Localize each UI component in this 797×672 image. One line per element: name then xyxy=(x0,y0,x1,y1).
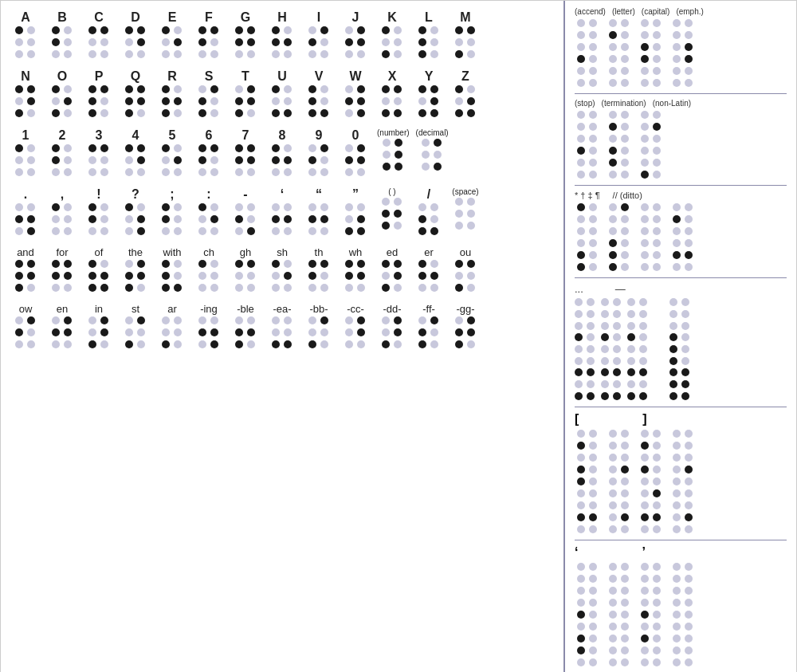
empty-dot xyxy=(609,442,617,450)
quote-label: ‘ xyxy=(575,545,578,560)
braille-cell: 2 xyxy=(47,128,77,178)
filled-dot xyxy=(587,392,595,400)
empty-dot xyxy=(587,345,595,353)
filled-dot xyxy=(577,263,585,271)
filled-dot xyxy=(613,368,621,376)
filled-dot xyxy=(210,328,218,336)
braille-cell: 0 xyxy=(340,128,371,178)
right-cell xyxy=(670,599,696,632)
empty-dot xyxy=(210,50,218,58)
empty-dot xyxy=(673,477,681,485)
empty-dot xyxy=(467,222,475,230)
empty-dot xyxy=(653,430,661,438)
filled-dot xyxy=(15,215,23,223)
empty-dot xyxy=(52,227,60,235)
empty-dot xyxy=(284,85,292,93)
empty-dot xyxy=(641,623,649,631)
filled-dot xyxy=(88,340,96,348)
empty-dot xyxy=(621,147,629,155)
braille-label: in xyxy=(95,303,103,315)
braille-label: of xyxy=(95,246,104,258)
empty-dot xyxy=(685,525,693,533)
right-label: (emph.) xyxy=(676,7,703,16)
empty-dot xyxy=(382,328,390,336)
filled-dot xyxy=(210,26,218,34)
empty-dot xyxy=(308,227,316,235)
empty-dot xyxy=(673,442,681,450)
filled-dot xyxy=(345,97,353,105)
empty-dot xyxy=(609,599,617,607)
empty-dot xyxy=(653,171,661,179)
empty-dot xyxy=(653,251,661,259)
empty-dot xyxy=(100,38,108,46)
empty-dot xyxy=(15,50,23,58)
empty-dot xyxy=(272,316,280,324)
filled-dot xyxy=(641,466,649,474)
empty-dot xyxy=(174,316,182,324)
empty-dot xyxy=(27,328,35,336)
filled-dot xyxy=(357,215,365,223)
filled-dot xyxy=(621,513,629,521)
empty-dot xyxy=(394,222,402,230)
empty-dot xyxy=(308,203,316,211)
filled-dot xyxy=(430,272,438,280)
empty-dot xyxy=(601,310,609,318)
filled-dot xyxy=(669,345,677,353)
empty-dot xyxy=(422,151,430,159)
empty-dot xyxy=(455,97,463,105)
empty-dot xyxy=(272,284,280,292)
empty-dot xyxy=(621,31,629,39)
filled-dot xyxy=(198,26,206,34)
filled-dot xyxy=(308,85,316,93)
empty-dot xyxy=(673,563,681,571)
filled-dot xyxy=(577,513,585,521)
empty-dot xyxy=(284,168,292,176)
empty-dot xyxy=(284,50,292,58)
empty-dot xyxy=(125,328,133,336)
braille-cell: N xyxy=(10,69,41,119)
filled-dot xyxy=(382,284,390,292)
braille-cell: (decimal) xyxy=(416,128,449,172)
empty-dot xyxy=(587,298,595,306)
empty-dot xyxy=(685,611,693,619)
empty-dot xyxy=(125,316,133,324)
filled-dot xyxy=(394,109,402,117)
empty-dot xyxy=(653,575,661,583)
empty-dot xyxy=(609,227,617,235)
filled-dot xyxy=(100,316,108,324)
empty-dot xyxy=(601,322,609,330)
empty-dot xyxy=(467,272,475,280)
filled-dot xyxy=(641,171,649,179)
empty-dot xyxy=(422,139,430,147)
braille-label: 2 xyxy=(59,128,66,143)
empty-dot xyxy=(673,513,681,521)
empty-dot xyxy=(162,38,170,46)
empty-dot xyxy=(589,575,597,583)
empty-dot xyxy=(15,97,23,105)
braille-label: Z xyxy=(461,69,469,84)
empty-dot xyxy=(609,111,617,119)
empty-dot xyxy=(627,380,635,388)
filled-dot xyxy=(15,272,23,280)
empty-dot xyxy=(247,272,255,280)
filled-dot xyxy=(100,284,108,292)
empty-dot xyxy=(589,611,597,619)
filled-dot xyxy=(308,272,316,280)
filled-dot xyxy=(272,85,280,93)
empty-dot xyxy=(382,38,390,46)
empty-dot xyxy=(430,38,438,46)
empty-dot xyxy=(641,147,649,155)
right-cell xyxy=(638,147,664,180)
filled-dot xyxy=(64,328,72,336)
empty-dot xyxy=(137,168,145,176)
filled-dot xyxy=(308,260,316,268)
filled-dot xyxy=(382,109,390,117)
braille-label: / xyxy=(427,187,430,202)
filled-dot xyxy=(27,227,35,235)
braille-cell: -ing xyxy=(194,303,224,350)
braille-label: (decimal) xyxy=(416,128,449,137)
empty-dot xyxy=(609,658,617,666)
filled-dot xyxy=(308,215,316,223)
filled-dot xyxy=(174,38,182,46)
braille-cell: 5 xyxy=(157,128,187,178)
